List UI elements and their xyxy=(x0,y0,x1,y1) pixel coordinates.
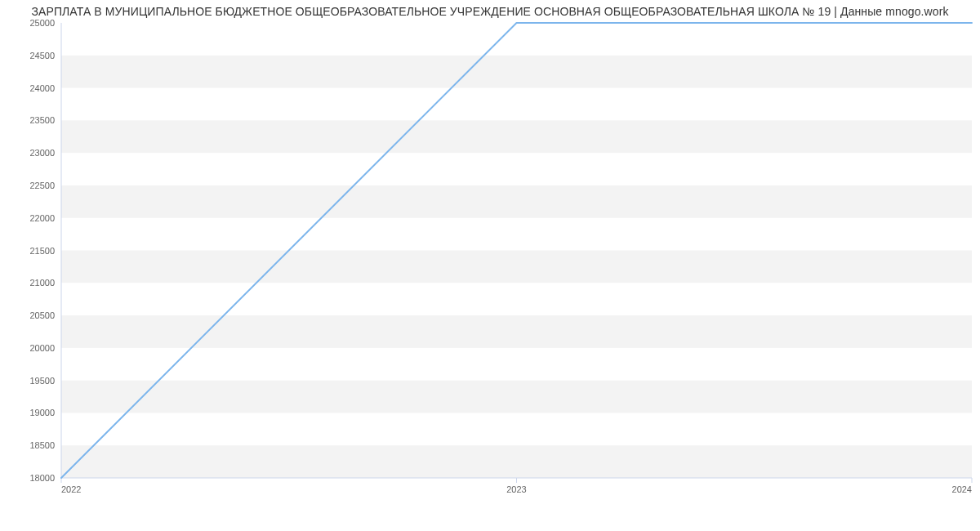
chart-title: ЗАРПЛАТА В МУНИЦИПАЛЬНОЕ БЮДЖЕТНОЕ ОБЩЕО… xyxy=(0,0,980,18)
y-tick-label: 23000 xyxy=(29,148,55,158)
y-tick-label: 20500 xyxy=(29,310,55,320)
y-tick-label: 21000 xyxy=(29,278,55,288)
grid-band xyxy=(61,445,972,478)
y-tick-label: 24500 xyxy=(29,51,55,60)
y-tick-label: 21500 xyxy=(29,246,55,256)
y-tick-label: 19500 xyxy=(29,376,55,386)
grid-band xyxy=(61,251,972,283)
x-tick-label: 2023 xyxy=(506,484,526,494)
grid-band xyxy=(61,56,972,88)
y-tick-label: 18000 xyxy=(29,473,55,483)
x-tick-label: 2022 xyxy=(61,484,81,494)
y-tick-label: 22500 xyxy=(29,181,55,190)
grid-band xyxy=(61,315,972,348)
grid-band xyxy=(61,120,972,153)
grid-band xyxy=(61,185,972,218)
x-tick-label: 2024 xyxy=(952,484,972,494)
y-tick-label: 22000 xyxy=(29,213,55,223)
y-tick-label: 18500 xyxy=(29,440,55,450)
chart-svg: 1800018500190001950020000205002100021500… xyxy=(0,18,980,531)
y-tick-label: 24000 xyxy=(29,83,55,93)
y-tick-label: 20000 xyxy=(29,343,55,353)
y-tick-label: 19000 xyxy=(29,408,55,417)
grid-band xyxy=(61,381,972,413)
chart-container: ЗАРПЛАТА В МУНИЦИПАЛЬНОЕ БЮДЖЕТНОЕ ОБЩЕО… xyxy=(0,0,980,531)
y-tick-label: 23500 xyxy=(29,115,55,125)
y-tick-label: 25000 xyxy=(29,18,55,28)
